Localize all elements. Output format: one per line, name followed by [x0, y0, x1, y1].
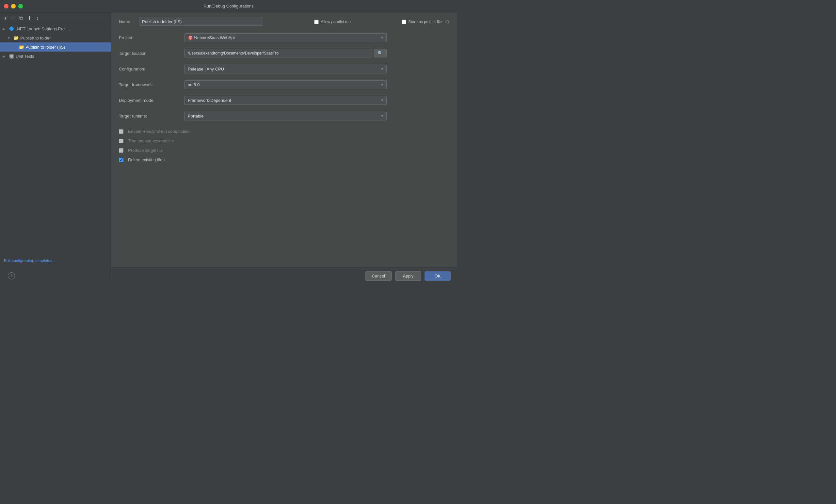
- deployment-mode-row: Deployment mode: Framework-Dependent Sel…: [119, 95, 449, 105]
- target-framework-select-wrapper: net5.0 net6.0 net7.0 ▼: [184, 80, 387, 89]
- move-config-button[interactable]: ⬆: [26, 14, 33, 22]
- target-location-input[interactable]: [184, 49, 372, 57]
- edit-templates-section: Edit configuration templates...: [0, 254, 111, 267]
- single-file-row: Produce single file: [119, 148, 449, 153]
- chevron-right-icon: ▶: [3, 27, 7, 31]
- sidebar-item-active-label: Publish to folder (IIS): [25, 45, 65, 50]
- name-label: Name:: [119, 19, 135, 24]
- sidebar-item-publish-to-folder[interactable]: ▼ 📁 Publish to folder: [0, 33, 111, 42]
- folder-iis-icon: 📁: [18, 44, 24, 50]
- allow-parallel-label[interactable]: Allow parallel run: [321, 20, 350, 24]
- trim-unused-row: Trim unused assemblies: [119, 138, 449, 143]
- window-controls: [4, 4, 23, 8]
- store-project-label[interactable]: Store as project file: [408, 20, 442, 24]
- dotnet-icon: 🔷: [8, 26, 14, 32]
- delete-existing-row: Delete existing files: [119, 157, 449, 162]
- sidebar-toolbar: + − ⧉ ⬆ ↕: [0, 13, 111, 24]
- single-file-label: Produce single file: [128, 148, 163, 153]
- target-runtime-label: Target runtime:: [119, 114, 184, 118]
- close-button[interactable]: [4, 4, 8, 8]
- target-runtime-row: Target runtime: Portable linux-x64 win-x…: [119, 111, 449, 121]
- target-location-label: Target location:: [119, 51, 184, 56]
- sidebar-item-unit-tests[interactable]: ▶ 🔘 Unit Tests: [0, 52, 111, 61]
- remove-config-button[interactable]: −: [10, 15, 16, 22]
- sidebar: + − ⧉ ⬆ ↕ ▶ 🔷 .NET Launch Settings Pro… …: [0, 13, 111, 285]
- help-button[interactable]: ?: [8, 272, 15, 279]
- sidebar-item-publish-to-folder-iis[interactable]: ▶ 📁 Publish to folder (IIS): [0, 42, 111, 52]
- location-wrapper: 🔍: [184, 49, 387, 57]
- configuration-row: Configuration: Release | Any CPU Debug |…: [119, 64, 449, 74]
- ready-to-run-row: Enable ReadyToRun compilation: [119, 129, 449, 134]
- target-framework-label: Target framework:: [119, 82, 184, 87]
- target-framework-control: net5.0 net6.0 net7.0 ▼: [184, 80, 387, 89]
- folder-icon: 📁: [13, 35, 19, 41]
- target-runtime-control: Portable linux-x64 win-x64 osx-x64 ▼: [184, 112, 387, 120]
- apply-button[interactable]: Apply: [395, 271, 421, 281]
- project-select[interactable]: 🎯 NetcoreSaas.WebApi: [184, 33, 387, 42]
- project-label: Project:: [119, 35, 184, 40]
- target-runtime-select[interactable]: Portable linux-x64 win-x64 osx-x64: [184, 112, 387, 120]
- single-file-checkbox[interactable]: [119, 148, 124, 153]
- title-bar: Run/Debug Configurations: [0, 0, 457, 13]
- target-framework-row: Target framework: net5.0 net6.0 net7.0 ▼: [119, 79, 449, 90]
- sort-config-button[interactable]: ↕: [35, 15, 40, 22]
- allow-parallel-checkbox[interactable]: [314, 20, 319, 24]
- delete-existing-checkbox[interactable]: [119, 158, 124, 162]
- ready-to-run-label: Enable ReadyToRun compilation: [128, 129, 190, 134]
- name-input[interactable]: [139, 18, 263, 26]
- configuration-select-wrapper: Release | Any CPU Debug | Any CPU ▼: [184, 65, 387, 74]
- trim-unused-checkbox[interactable]: [119, 139, 124, 143]
- target-framework-select[interactable]: net5.0 net6.0 net7.0: [184, 80, 387, 89]
- deployment-mode-select-wrapper: Framework-Dependent Self-Contained ▼: [184, 96, 387, 105]
- cancel-button[interactable]: Cancel: [365, 271, 392, 281]
- deployment-mode-select[interactable]: Framework-Dependent Self-Contained: [184, 96, 387, 105]
- configuration-control: Release | Any CPU Debug | Any CPU ▼: [184, 65, 387, 74]
- right-panel: Name: Allow parallel run Store as projec…: [111, 13, 457, 285]
- browse-button[interactable]: 🔍: [374, 49, 387, 57]
- target-location-control: 🔍: [184, 49, 387, 57]
- help-section: ?: [0, 267, 111, 285]
- name-row: Name: Allow parallel run Store as projec…: [111, 13, 457, 30]
- section-spacer: [119, 126, 449, 129]
- configuration-select[interactable]: Release | Any CPU Debug | Any CPU: [184, 65, 387, 74]
- chevron-down-icon: ▼: [7, 36, 12, 40]
- form-area: Project: 🎯 NetcoreSaas.WebApi ▼ Target l…: [111, 30, 457, 267]
- sidebar-item-dotnet-launch[interactable]: ▶ 🔷 .NET Launch Settings Pro…: [0, 24, 111, 33]
- main-content: + − ⧉ ⬆ ↕ ▶ 🔷 .NET Launch Settings Pro… …: [0, 13, 457, 285]
- sidebar-item-label: Publish to folder: [20, 36, 51, 40]
- project-control: 🎯 NetcoreSaas.WebApi ▼: [184, 33, 387, 42]
- copy-config-button[interactable]: ⧉: [18, 15, 24, 22]
- minimize-button[interactable]: [11, 4, 16, 8]
- sidebar-item-label: .NET Launch Settings Pro…: [16, 26, 69, 31]
- chevron-right-icon: ▶: [3, 55, 7, 58]
- sidebar-item-label: Unit Tests: [16, 54, 34, 59]
- test-icon: 🔘: [8, 53, 14, 59]
- spacer-icon: ▶: [13, 45, 17, 49]
- gear-icon[interactable]: ⚙: [445, 19, 449, 24]
- deployment-mode-label: Deployment mode:: [119, 98, 184, 103]
- add-config-button[interactable]: +: [3, 15, 8, 22]
- project-select-wrapper: 🎯 NetcoreSaas.WebApi ▼: [184, 33, 387, 42]
- delete-existing-label: Delete existing files: [128, 157, 165, 162]
- ready-to-run-checkbox[interactable]: [119, 129, 124, 134]
- parallel-run-group: Allow parallel run: [314, 20, 350, 24]
- store-project-checkbox[interactable]: [402, 20, 406, 24]
- project-row: Project: 🎯 NetcoreSaas.WebApi ▼: [119, 32, 449, 43]
- store-project-file-group: Store as project file ⚙: [402, 19, 449, 24]
- trim-unused-label: Trim unused assemblies: [128, 138, 174, 143]
- ok-button[interactable]: OK: [424, 271, 451, 281]
- edit-templates-link[interactable]: Edit configuration templates...: [4, 258, 56, 263]
- bottom-bar: Cancel Apply OK: [111, 267, 457, 285]
- target-location-row: Target location: 🔍: [119, 48, 449, 58]
- maximize-button[interactable]: [18, 4, 23, 8]
- window-title: Run/Debug Configurations: [204, 4, 253, 8]
- deployment-mode-control: Framework-Dependent Self-Contained ▼: [184, 96, 387, 105]
- configuration-label: Configuration:: [119, 66, 184, 72]
- target-runtime-select-wrapper: Portable linux-x64 win-x64 osx-x64 ▼: [184, 112, 387, 120]
